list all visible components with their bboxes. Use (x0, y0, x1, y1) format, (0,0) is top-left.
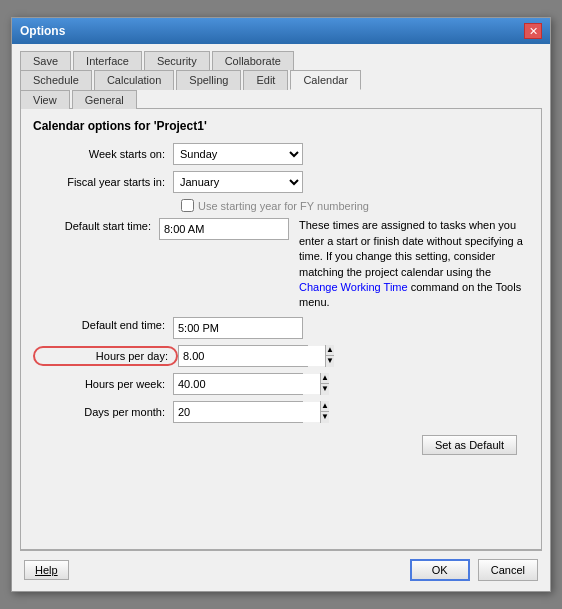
set-default-button[interactable]: Set as Default (422, 435, 517, 455)
tabs-row3: View General (20, 89, 542, 108)
hours-per-week-input[interactable] (174, 374, 320, 394)
week-starts-select[interactable]: Sunday Monday Tuesday Wednesday Thursday… (173, 143, 303, 165)
days-per-month-spinner: ▲ ▼ (173, 401, 303, 423)
hours-per-day-up[interactable]: ▲ (326, 345, 334, 357)
days-per-month-spinner-btns: ▲ ▼ (320, 401, 329, 423)
tab-save[interactable]: Save (20, 51, 71, 70)
hours-per-day-down[interactable]: ▼ (326, 356, 334, 367)
tab-interface[interactable]: Interface (73, 51, 142, 70)
hours-per-week-spinner: ▲ ▼ (173, 373, 303, 395)
hours-per-week-row: Hours per week: ▲ ▼ (33, 373, 529, 395)
tab-view[interactable]: View (20, 90, 70, 109)
fy-checkbox-label: Use starting year for FY numbering (198, 200, 369, 212)
hours-per-day-row: Hours per day: ▲ ▼ (33, 345, 529, 367)
week-starts-row: Week starts on: Sunday Monday Tuesday We… (33, 143, 529, 165)
right-buttons: OK Cancel (410, 559, 538, 581)
tab-general[interactable]: General (72, 90, 137, 109)
bottom-buttons-area: Help OK Cancel (12, 551, 550, 591)
hours-per-day-spinner-btns: ▲ ▼ (325, 345, 334, 367)
default-start-label: Default start time: (33, 218, 159, 232)
tab-spelling[interactable]: Spelling (176, 70, 241, 90)
hours-per-day-input[interactable] (179, 346, 325, 366)
options-dialog: Options ✕ Save Interface Security Collab… (11, 17, 551, 591)
hours-per-day-spinner: ▲ ▼ (178, 345, 308, 367)
hours-per-week-spinner-btns: ▲ ▼ (320, 373, 329, 395)
days-per-month-up[interactable]: ▲ (321, 401, 329, 413)
help-button[interactable]: Help (24, 560, 69, 580)
change-working-time-link[interactable]: Change Working Time (299, 281, 408, 293)
days-per-month-label: Days per month: (33, 406, 173, 418)
dialog-title: Options (20, 24, 65, 38)
close-button[interactable]: ✕ (524, 23, 542, 39)
tab-collaborate[interactable]: Collaborate (212, 51, 294, 70)
hours-per-week-down[interactable]: ▼ (321, 384, 329, 395)
fiscal-year-row: Fiscal year starts in: January February … (33, 171, 529, 193)
days-per-month-input[interactable] (174, 402, 320, 422)
tab-schedule[interactable]: Schedule (20, 70, 92, 90)
default-end-row: Default end time: (33, 317, 529, 339)
tabs-row2: Schedule Calculation Spelling Edit Calen… (20, 69, 542, 89)
tabs-area: Save Interface Security Collaborate Sche… (12, 44, 550, 108)
tab-calendar[interactable]: Calendar (290, 70, 361, 90)
default-start-input[interactable] (159, 218, 289, 240)
default-end-input[interactable] (173, 317, 303, 339)
content-area: Calendar options for 'Project1' Week sta… (20, 108, 542, 549)
title-bar: Options ✕ (12, 18, 550, 44)
cancel-button[interactable]: Cancel (478, 559, 538, 581)
fy-checkbox-row: Use starting year for FY numbering (181, 199, 529, 212)
days-per-month-down[interactable]: ▼ (321, 412, 329, 423)
days-per-month-row: Days per month: ▲ ▼ (33, 401, 529, 423)
time-note: These times are assigned to tasks when y… (299, 218, 529, 310)
hours-per-day-label: Hours per day: (33, 346, 178, 366)
section-title: Calendar options for 'Project1' (33, 119, 529, 133)
default-start-row: Default start time: These times are assi… (33, 218, 529, 310)
hours-per-week-up[interactable]: ▲ (321, 373, 329, 385)
tabs-row1: Save Interface Security Collaborate (20, 50, 542, 69)
set-default-row: Set as Default (33, 429, 529, 457)
fy-checkbox[interactable] (181, 199, 194, 212)
week-starts-label: Week starts on: (33, 148, 173, 160)
default-end-label: Default end time: (33, 317, 173, 331)
ok-button[interactable]: OK (410, 559, 470, 581)
tab-edit[interactable]: Edit (243, 70, 288, 90)
tab-security[interactable]: Security (144, 51, 210, 70)
hours-per-week-label: Hours per week: (33, 378, 173, 390)
tab-calculation[interactable]: Calculation (94, 70, 174, 90)
fiscal-year-select[interactable]: January February March April May June Ju… (173, 171, 303, 193)
fiscal-year-label: Fiscal year starts in: (33, 176, 173, 188)
spacer (33, 457, 529, 537)
